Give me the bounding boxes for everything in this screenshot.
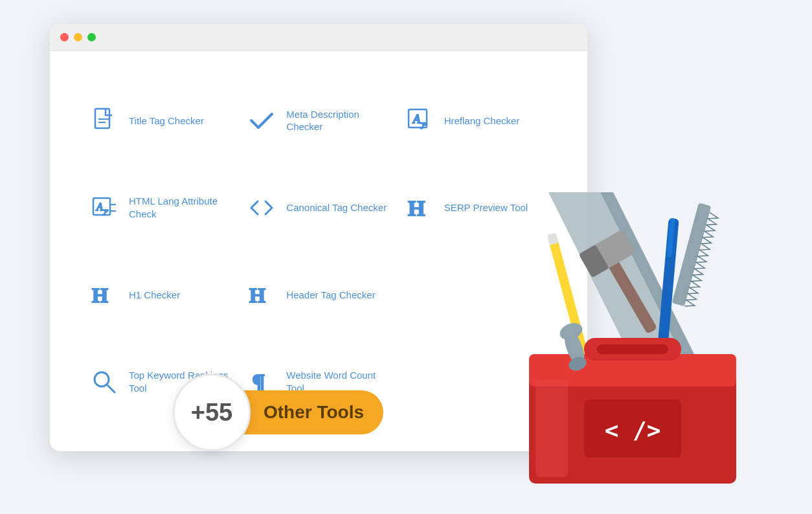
badge-count: +55 — [173, 374, 251, 451]
tool-h1-checker[interactable]: H H1 Checker — [82, 251, 240, 339]
tool-html-lang-attribute-check[interactable]: A ア HTML Lang Attribute Check — [82, 164, 240, 252]
svg-text:H: H — [92, 284, 108, 307]
translate-icon: A ア — [404, 105, 435, 136]
dot-yellow — [74, 33, 82, 41]
svg-text:H: H — [408, 196, 425, 220]
svg-rect-22 — [672, 203, 712, 306]
tool-html-lang-attribute-check-label: HTML Lang Attribute Check — [129, 195, 233, 220]
tool-canonical-tag-checker[interactable]: Canonical Tag Checker — [240, 164, 397, 252]
svg-line-15 — [107, 385, 115, 392]
dot-red — [60, 33, 69, 41]
code-icon — [246, 192, 277, 223]
translate2-icon: A ア — [89, 192, 120, 223]
svg-text:ア: ア — [420, 121, 427, 130]
badge-container: +55 Other Tools — [173, 374, 383, 451]
h1-icon: H — [89, 279, 120, 310]
tool-header-tag-checker[interactable]: H Header Tag Checker — [240, 251, 397, 339]
tool-title-tag-checker-label: Title Tag Checker — [129, 115, 204, 128]
badge-label: Other Tools — [264, 402, 364, 423]
tool-canonical-tag-checker-label: Canonical Tag Checker — [286, 201, 387, 214]
tool-h1-checker-label: H1 Checker — [129, 289, 180, 302]
tool-header-tag-checker-label: Header Tag Checker — [286, 289, 375, 302]
tool-meta-description-checker-label: Meta Description Checker — [286, 108, 390, 133]
tool-hreflang-checker[interactable]: A ア Hreflang Checker — [398, 77, 555, 164]
tool-meta-description-checker[interactable]: Meta Description Checker — [240, 77, 397, 164]
badge-text-box: Other Tools — [238, 390, 383, 434]
heading-icon: H — [404, 192, 435, 223]
dot-green — [87, 33, 96, 41]
svg-text:H: H — [249, 284, 265, 307]
document-icon — [89, 105, 120, 136]
tool-hreflang-checker-label: Hreflang Checker — [444, 115, 520, 128]
svg-rect-34 — [536, 380, 568, 477]
svg-point-14 — [95, 372, 109, 386]
browser-titlebar — [50, 24, 587, 51]
svg-text:< />: < /> — [605, 417, 661, 443]
checkmark-icon — [246, 105, 277, 136]
tool-title-tag-checker[interactable]: Title Tag Checker — [82, 77, 240, 164]
search-icon — [89, 366, 120, 397]
scene: Title Tag Checker Meta Description Check… — [50, 24, 762, 490]
h-tag-icon: H — [246, 279, 277, 310]
svg-text:ア: ア — [102, 208, 109, 216]
toolbox-illustration: < /> — [471, 153, 775, 490]
svg-rect-33 — [597, 344, 668, 354]
